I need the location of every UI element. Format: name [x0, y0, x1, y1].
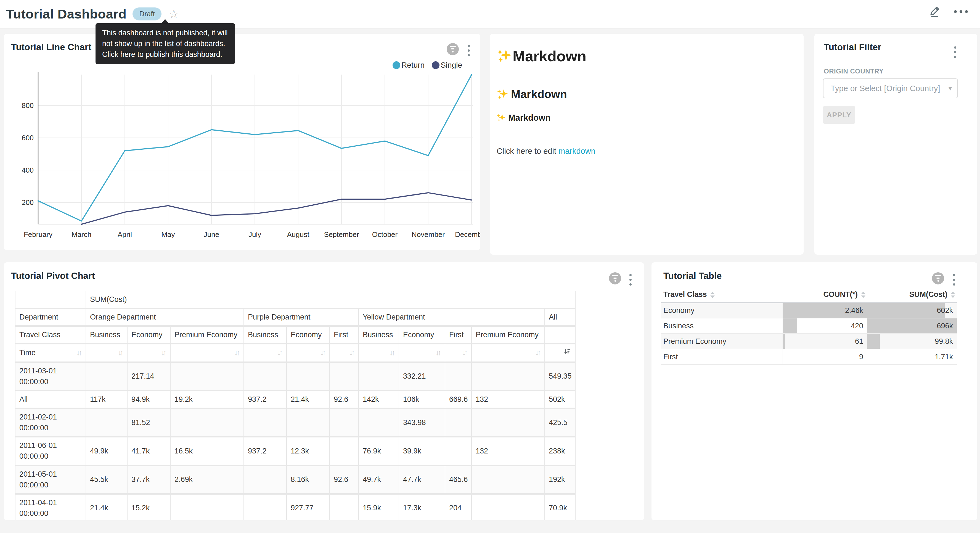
column-header-sum-cost-[interactable]: SUM(Cost) [867, 287, 957, 303]
pivot-corner-cell [15, 291, 86, 308]
sort-icon[interactable]: ↓↑ [277, 348, 282, 358]
x-axis-label: February [24, 230, 52, 239]
origin-country-select[interactable]: Type or Select [Origin Country] ▾ [823, 78, 958, 98]
pivot-sort-cell [545, 344, 575, 362]
filter-card: Tutorial Filter ORIGIN COUNTRY Type or S… [815, 34, 977, 255]
pivot-sort-cell: ↓↑ [244, 344, 286, 362]
pivot-value-cell: 8.16k [286, 465, 329, 494]
tutorial-table: Travel ClassCOUNT(*)SUM(Cost)Economy2.46… [661, 287, 957, 365]
more-options-icon[interactable] [953, 8, 969, 16]
pivot-value-cell [286, 408, 329, 437]
markdown-edit-link[interactable]: markdown [558, 147, 595, 155]
pivot-dept-label: Department [15, 308, 86, 326]
pivot-value-cell [86, 408, 127, 437]
pivot-value-cell: 39.9k [399, 437, 445, 465]
pivot-time-label: Time [19, 348, 36, 357]
sort-icon[interactable]: ↓↑ [234, 348, 240, 358]
pivot-dept-group: Yellow Department [359, 308, 545, 326]
table-row: Business420696k [661, 318, 957, 334]
pivot-value-cell: 217.14 [127, 362, 170, 391]
favorite-star-icon[interactable]: ☆ [169, 8, 179, 20]
sort-icon[interactable]: ↓↑ [390, 348, 395, 358]
pivot-value-cell: 12.3k [286, 437, 329, 465]
table-card-title: Tutorial Table [663, 271, 722, 281]
pivot-value-cell: 94.9k [127, 391, 170, 408]
pivot-value-cell: 502k [545, 391, 575, 408]
x-axis-label: December [455, 230, 480, 239]
sort-icon[interactable]: ↓↑ [161, 348, 166, 358]
pivot-row: 2011-04-01 00:00:0021.4k15.2k927.7715.9k… [15, 494, 575, 520]
sort-desc-icon[interactable] [563, 348, 571, 359]
pivot-class-label: Travel Class [15, 326, 86, 344]
apply-button[interactable]: APPLY [823, 106, 855, 124]
pivot-value-cell: 45.5k [86, 465, 127, 494]
pivot-row-label: 2011-03-01 00:00:00 [15, 362, 86, 391]
sort-icon[interactable]: ↓↑ [76, 348, 82, 358]
pivot-value-cell [329, 494, 359, 520]
pivot-value-cell: 81.52 [127, 408, 170, 437]
pivot-value-cell: 132 [471, 391, 545, 408]
pivot-value-cell: 332.21 [399, 362, 445, 391]
sort-icon[interactable]: ↓↑ [320, 348, 326, 358]
sort-icon[interactable]: ↓↑ [349, 348, 355, 358]
draft-badge[interactable]: Draft [132, 8, 161, 21]
pivot-value-cell [329, 408, 359, 437]
pivot-class-cell: Premium Economy [170, 326, 244, 344]
pivot-dept-group: All [545, 308, 575, 326]
sort-icon[interactable]: ↓↑ [462, 348, 467, 358]
pivot-value-cell [471, 465, 545, 494]
column-header-count-[interactable]: COUNT(*) [783, 287, 867, 303]
sparkles-icon [496, 48, 513, 64]
x-axis-label: May [161, 230, 175, 239]
sparkles-icon [496, 113, 506, 123]
y-axis-label: 600 [22, 134, 34, 142]
pivot-value-cell: 21.4k [286, 391, 329, 408]
column-header-travel-class[interactable]: Travel Class [661, 287, 783, 303]
pivot-row: All117k94.9k19.2k937.221.4k92.6142k106k6… [15, 391, 575, 408]
count-cell: 2.46k [783, 303, 867, 318]
markdown-paragraph: Click here to edit markdown [496, 147, 797, 156]
line-chart-plot: FebruaryMarchAprilMayJuneJulyAugustSepte… [4, 34, 480, 250]
pivot-row: 2011-06-01 00:00:0049.9k41.7k16.5k937.21… [15, 437, 575, 465]
sum-cell: 696k [867, 318, 957, 334]
pivot-sort-cell: ↓↑ [170, 344, 244, 362]
pivot-row-label: All [15, 391, 86, 408]
markdown-h2: Markdown [496, 88, 797, 101]
origin-country-label: ORIGIN COUNTRY [824, 67, 884, 75]
travel-class-cell: Business [661, 318, 783, 334]
pivot-sort-cell: ↓↑ [286, 344, 329, 362]
filter-kebab-menu-icon[interactable] [951, 45, 959, 59]
filter-indicator-icon[interactable] [932, 272, 944, 284]
x-axis-label: September [324, 230, 359, 239]
markdown-card[interactable]: Markdown Markdown Markdown Click here to… [490, 34, 803, 255]
pivot-class-cell: Economy [399, 326, 445, 344]
chevron-down-icon: ▾ [948, 85, 952, 92]
pivot-value-cell: 132 [471, 437, 545, 465]
chart-kebab-menu-icon[interactable] [950, 273, 958, 287]
pivot-value-cell: 2.69k [170, 465, 244, 494]
pivot-value-cell: 937.2 [244, 391, 286, 408]
pivot-row: 2011-03-01 00:00:00217.14332.21549.35 [15, 362, 575, 391]
pivot-value-cell [445, 408, 471, 437]
travel-class-cell: First [661, 349, 783, 365]
filter-indicator-icon[interactable] [609, 272, 621, 284]
pivot-value-cell: 49.7k [359, 465, 399, 494]
pivot-sort-cell: ↓↑ [471, 344, 545, 362]
pivot-value-cell: 70.9k [545, 494, 575, 520]
pivot-time-cell: Time↓↑ [15, 344, 86, 362]
chart-kebab-menu-icon[interactable] [627, 273, 635, 287]
publish-tooltip: This dashboard is not published, it will… [95, 23, 235, 64]
pivot-value-cell [329, 362, 359, 391]
edit-pencil-icon[interactable] [928, 5, 941, 19]
pivot-sort-cell: ↓↑ [359, 344, 399, 362]
sort-icon[interactable]: ↓↑ [535, 348, 541, 358]
pivot-value-cell [170, 494, 244, 520]
sort-icon[interactable]: ↓↑ [118, 348, 123, 358]
count-cell: 61 [783, 334, 867, 349]
pivot-value-cell: 142k [359, 391, 399, 408]
pivot-value-cell: 238k [545, 437, 575, 465]
sort-icon[interactable]: ↓↑ [436, 348, 441, 358]
pivot-value-cell: 204 [445, 494, 471, 520]
pivot-value-cell: 425.5 [545, 408, 575, 437]
y-axis-label: 400 [22, 166, 34, 174]
